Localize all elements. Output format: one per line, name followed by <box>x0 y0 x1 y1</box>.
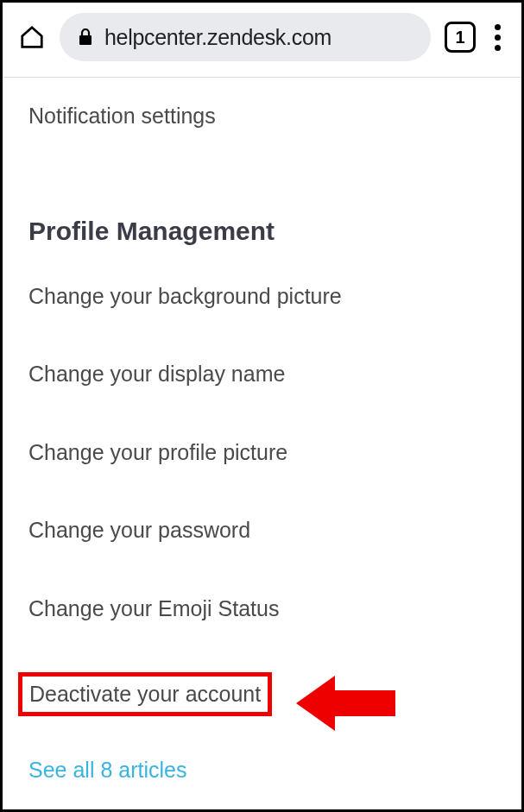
link-notification-settings[interactable]: Notification settings <box>28 102 216 130</box>
content: Notification settings Profile Management… <box>3 78 521 783</box>
section-title: Profile Management <box>28 217 496 246</box>
svg-rect-0 <box>79 35 92 45</box>
tab-count[interactable]: 1 <box>445 22 476 53</box>
link-change-profile-picture[interactable]: Change your profile picture <box>28 438 287 467</box>
url-bar[interactable]: helpcenter.zendesk.com <box>60 13 431 61</box>
browser-bar: helpcenter.zendesk.com 1 <box>3 3 521 72</box>
highlighted-box: Deactivate your account <box>18 672 272 716</box>
link-change-emoji-status[interactable]: Change your Emoji Status <box>28 595 279 623</box>
link-change-password[interactable]: Change your password <box>28 516 250 544</box>
link-change-display-name[interactable]: Change your display name <box>28 360 285 388</box>
see-all-link[interactable]: See all 8 articles <box>28 758 186 782</box>
lock-icon <box>77 28 94 46</box>
home-icon[interactable] <box>18 23 46 51</box>
url-text: helpcenter.zendesk.com <box>104 25 331 50</box>
link-deactivate-account[interactable]: Deactivate your account <box>29 680 261 708</box>
menu-icon[interactable] <box>489 19 506 56</box>
tab-count-value: 1 <box>455 28 464 47</box>
link-change-background[interactable]: Change your background picture <box>28 282 342 311</box>
